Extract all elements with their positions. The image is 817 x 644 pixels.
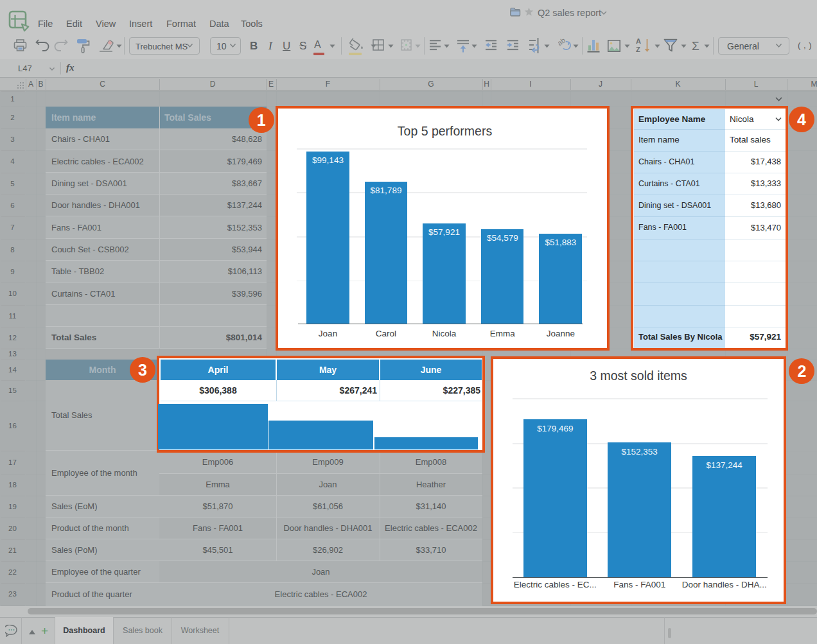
svg-text:ab: ab xyxy=(558,37,567,47)
